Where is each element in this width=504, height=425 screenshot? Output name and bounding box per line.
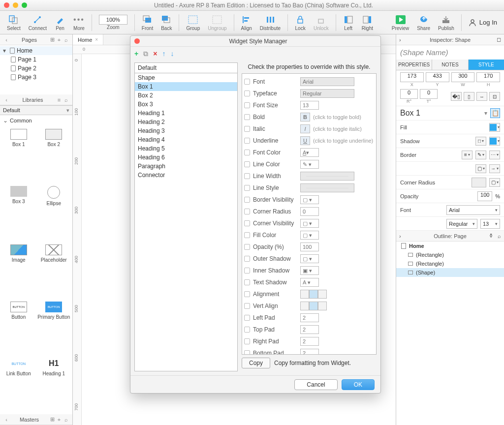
border-style[interactable]: ⋯ bbox=[489, 151, 500, 159]
align-button[interactable]: Align bbox=[238, 11, 255, 34]
checkbox[interactable] bbox=[244, 138, 250, 144]
widget-primary-button[interactable]: BUTTONPrimary Button bbox=[37, 302, 71, 355]
font-weight-select[interactable]: Regular bbox=[446, 219, 477, 229]
style-item[interactable]: Shape bbox=[135, 73, 237, 82]
zoom-window-icon[interactable] bbox=[22, 2, 27, 8]
y-input[interactable]: 433 bbox=[426, 72, 449, 82]
typeface-select[interactable]: Regular bbox=[300, 89, 354, 98]
tab-style[interactable]: STYLE bbox=[469, 60, 504, 70]
style-item[interactable]: Paragraph bbox=[135, 162, 237, 171]
linestyle-select[interactable] bbox=[300, 183, 354, 192]
italic-toggle[interactable]: I bbox=[300, 124, 310, 133]
tpad-input[interactable]: 2 bbox=[300, 325, 319, 334]
font-select[interactable]: Arial bbox=[300, 77, 354, 86]
checkbox[interactable] bbox=[244, 102, 250, 108]
text-shadow-picker[interactable]: A ▾ bbox=[300, 278, 319, 287]
add-folder-icon[interactable]: ⊞ bbox=[49, 36, 56, 43]
style-item[interactable]: Connector bbox=[135, 171, 237, 180]
widget-ellipse[interactable]: Ellipse bbox=[37, 186, 71, 241]
checkbox[interactable] bbox=[244, 244, 250, 250]
w-input[interactable]: 300 bbox=[451, 72, 475, 82]
style-item[interactable]: Box 3 bbox=[135, 100, 237, 109]
outline-home[interactable]: Home bbox=[396, 242, 504, 250]
distribute-button[interactable]: Distribute bbox=[257, 11, 284, 34]
pen-tool[interactable]: Pen bbox=[52, 11, 68, 34]
tab-notes[interactable]: NOTES bbox=[432, 60, 468, 70]
tab-properties[interactable]: PROPERTIES bbox=[396, 60, 432, 70]
inner-shadow[interactable] bbox=[489, 137, 500, 146]
add-folder-icon[interactable]: ⊞ bbox=[49, 416, 56, 423]
autosize-icon[interactable]: ↔ bbox=[476, 92, 487, 101]
checkbox[interactable] bbox=[244, 338, 250, 344]
h-input[interactable]: 170 bbox=[476, 72, 500, 82]
fontsize-input[interactable]: 13 bbox=[300, 101, 319, 110]
border-color[interactable]: ✎ bbox=[475, 151, 486, 159]
delete-style-icon[interactable]: × bbox=[153, 50, 157, 58]
connect-tool[interactable]: Connect bbox=[26, 11, 50, 34]
checkbox[interactable] bbox=[244, 173, 250, 179]
search-icon[interactable]: ⌕ bbox=[63, 97, 69, 103]
bold-toggle[interactable]: B bbox=[300, 113, 310, 121]
style-item[interactable]: Heading 5 bbox=[135, 144, 237, 153]
fillcolor-picker[interactable]: ▢ ▾ bbox=[300, 231, 319, 240]
login-button[interactable]: Log In bbox=[466, 11, 500, 34]
checkbox[interactable] bbox=[244, 161, 250, 167]
outline-item[interactable]: (Shape) bbox=[396, 268, 504, 277]
style-item[interactable]: Heading 3 bbox=[135, 126, 237, 135]
border-width[interactable]: ≡ bbox=[462, 151, 472, 159]
rotation-input[interactable]: 0 bbox=[400, 89, 418, 99]
outline-item[interactable]: (Rectangle) bbox=[396, 259, 504, 268]
opacity-input[interactable]: 100 bbox=[300, 243, 319, 251]
widget-button[interactable]: BUTTONButton bbox=[2, 302, 35, 355]
minimize-window-icon[interactable] bbox=[13, 2, 18, 8]
linewidth-select[interactable] bbox=[300, 172, 354, 181]
tree-item-home[interactable]: ▾Home bbox=[0, 46, 72, 55]
checkbox[interactable] bbox=[244, 197, 250, 203]
fit-icon[interactable]: ⊡ bbox=[489, 92, 500, 101]
underline-toggle[interactable]: U bbox=[300, 136, 310, 145]
flip-v-icon[interactable]: ▯ bbox=[464, 92, 474, 101]
checkbox[interactable] bbox=[244, 91, 250, 96]
cornervis-picker[interactable]: ▢ ▾ bbox=[300, 219, 319, 228]
search-icon[interactable]: ⌕ bbox=[63, 417, 69, 423]
opacity-input[interactable]: 100 bbox=[477, 191, 492, 201]
menu-icon[interactable]: ≡ bbox=[56, 97, 63, 103]
checkbox[interactable] bbox=[244, 150, 250, 155]
share-button[interactable]: Share bbox=[414, 11, 433, 34]
h-align-segmented[interactable] bbox=[300, 290, 327, 299]
close-tab-icon[interactable]: × bbox=[95, 37, 98, 42]
group-button[interactable]: Group bbox=[183, 11, 203, 34]
widget-heading1[interactable]: H1Heading 1 bbox=[37, 358, 71, 411]
filter-icon[interactable]: ⚱ bbox=[489, 233, 493, 239]
add-page-icon[interactable]: + bbox=[56, 37, 63, 43]
checkbox[interactable] bbox=[244, 303, 250, 309]
bpad-input[interactable]: 2 bbox=[300, 349, 319, 355]
checkbox[interactable] bbox=[244, 291, 250, 297]
style-item[interactable]: Box 1 bbox=[135, 82, 237, 91]
outer-shadow-picker[interactable]: ▢ ▾ bbox=[300, 254, 319, 263]
radius-input[interactable] bbox=[472, 178, 486, 187]
checkbox[interactable] bbox=[244, 350, 250, 355]
tree-item-page1[interactable]: Page 1 bbox=[0, 55, 72, 64]
close-dialog-icon[interactable] bbox=[134, 38, 140, 44]
checkbox[interactable] bbox=[244, 315, 250, 321]
checkbox[interactable] bbox=[244, 114, 250, 120]
checkbox[interactable] bbox=[244, 268, 250, 273]
tab-home[interactable]: Home× bbox=[73, 34, 103, 45]
front-button[interactable]: Front bbox=[139, 11, 156, 34]
widget-box3[interactable]: Box 3 bbox=[2, 186, 35, 241]
outer-shadow[interactable]: □ bbox=[475, 137, 486, 146]
chevron-left-icon[interactable]: ‹ bbox=[3, 417, 10, 423]
fontcolor-picker[interactable]: A ▾ bbox=[300, 148, 319, 157]
tree-item-page3[interactable]: Page 3 bbox=[0, 73, 72, 82]
add-master-icon[interactable]: + bbox=[56, 417, 63, 423]
checkbox[interactable] bbox=[244, 327, 250, 333]
checkbox[interactable] bbox=[244, 279, 250, 285]
fill-color[interactable] bbox=[489, 123, 500, 132]
zoom-control[interactable]: 100% Zoom bbox=[96, 11, 130, 34]
add-style-icon[interactable]: + bbox=[134, 50, 138, 58]
v-align-segmented[interactable] bbox=[300, 302, 327, 310]
rpad-input[interactable]: 2 bbox=[300, 337, 319, 346]
select-tool[interactable]: Select bbox=[4, 11, 24, 34]
chevron-right-icon[interactable]: › bbox=[399, 37, 401, 43]
